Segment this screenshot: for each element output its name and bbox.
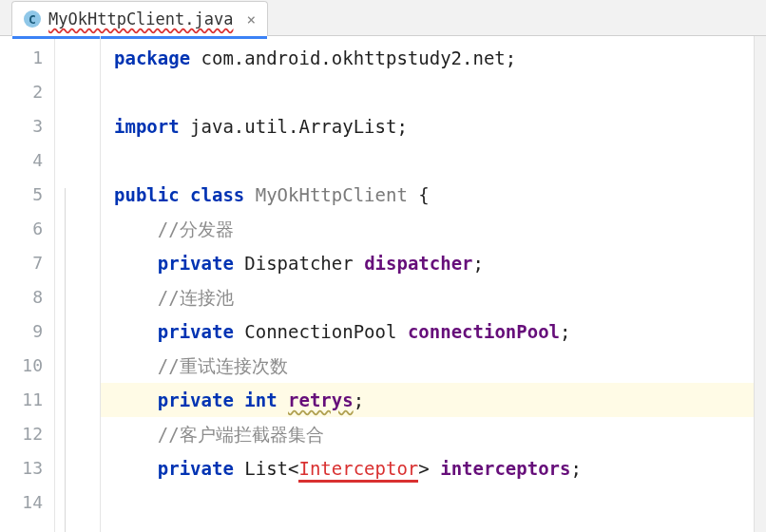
line-number-gutter: 1234567891011121314 [0, 36, 55, 532]
line-number: 3 [0, 109, 43, 143]
line-number: 13 [0, 451, 43, 485]
close-icon[interactable]: × [246, 10, 256, 28]
editor: 1234567891011121314 package com.android.… [0, 36, 766, 532]
line-number: 4 [0, 143, 43, 178]
code-line-11: private int retrys; [101, 383, 766, 417]
code-line-5: public class MyOkHttpClient { [101, 178, 766, 212]
line-number: 5 [0, 178, 43, 212]
line-number: 14 [0, 485, 43, 520]
code-line-1: package com.android.okhttpstudy2.net; [101, 41, 766, 75]
line-number: 8 [0, 280, 43, 314]
line-number: 11 [0, 383, 43, 417]
tab-bar: C MyOkHttpClient.java × [0, 0, 766, 36]
vertical-scrollbar[interactable] [754, 36, 766, 532]
code-line-4 [101, 143, 766, 178]
line-number: 2 [0, 75, 43, 109]
code-line-6: //分发器 [101, 212, 766, 246]
tab-filename: MyOkHttpClient.java [48, 10, 233, 28]
code-line-3: import java.util.ArrayList; [101, 109, 766, 143]
code-line-7: private Dispatcher dispatcher; [101, 246, 766, 280]
code-line-2 [101, 75, 766, 109]
line-number: 9 [0, 314, 43, 349]
line-number: 12 [0, 417, 43, 451]
code-line-10: //重试连接次数 [101, 349, 766, 383]
code-line-13: private List<Interceptor> interceptors; [101, 451, 766, 485]
editor-tab[interactable]: C MyOkHttpClient.java × [11, 1, 268, 36]
line-number: 7 [0, 246, 43, 280]
class-icon: C [24, 10, 41, 28]
code-area[interactable]: package com.android.okhttpstudy2.net; im… [101, 36, 766, 532]
code-line-8: //连接池 [101, 280, 766, 314]
line-number: 10 [0, 349, 43, 383]
fold-column [55, 36, 101, 532]
fold-guide-line [65, 188, 66, 532]
code-line-9: private ConnectionPool connectionPool; [101, 314, 766, 349]
code-line-14 [101, 485, 766, 520]
line-number: 1 [0, 41, 43, 75]
code-line-12: //客户端拦截器集合 [101, 417, 766, 451]
line-number: 6 [0, 212, 43, 246]
